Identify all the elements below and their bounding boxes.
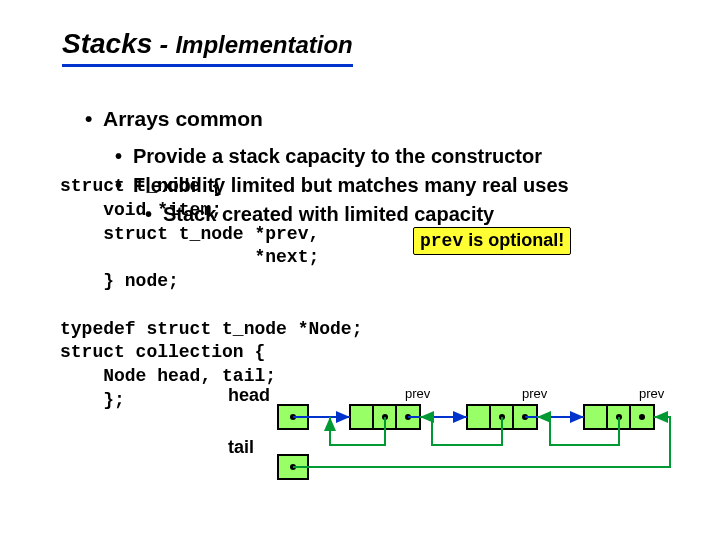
code-l8: struct collection { (60, 342, 265, 362)
code-l4: *next; (60, 247, 319, 267)
svg-point-8 (405, 414, 411, 420)
bullet-lv2a: •Provide a stack capacity to the constru… (115, 143, 569, 170)
label-head: head (228, 385, 270, 406)
svg-rect-14 (584, 405, 654, 429)
code-l5: } node; (60, 271, 179, 291)
callout-rest: is optional! (463, 230, 564, 250)
callout-prefix: prev (420, 231, 463, 251)
label-prev2: prev (522, 386, 547, 401)
svg-point-3 (290, 464, 296, 470)
bullet-lv1-text: Arrays common (103, 107, 263, 130)
svg-point-17 (616, 414, 622, 420)
svg-point-7 (382, 414, 388, 420)
svg-rect-2 (278, 455, 308, 479)
label-prev1: prev (405, 386, 430, 401)
code-l1: struct t_node { (60, 176, 222, 196)
label-tail: tail (228, 437, 254, 458)
code-block: struct t_node { void *item; struct t_nod… (60, 175, 362, 413)
svg-point-13 (522, 414, 528, 420)
code-l3: struct t_node *prev, (60, 224, 319, 244)
bullet-lv1: •Arrays common (85, 105, 569, 133)
svg-point-12 (499, 414, 505, 420)
code-l9: Node head, tail; (60, 366, 276, 386)
svg-point-1 (290, 414, 296, 420)
callout-prev-optional: prev is optional! (413, 227, 571, 255)
svg-point-18 (639, 414, 645, 420)
label-prev3: prev (639, 386, 664, 401)
slide-title: Stacks - Implementation (62, 28, 353, 67)
title-main: Stacks (62, 28, 152, 59)
bullet-lv2a-text: Provide a stack capacity to the construc… (133, 145, 542, 167)
title-sep: - (152, 29, 175, 59)
title-sub: Implementation (175, 31, 352, 58)
code-l7: typedef struct t_node *Node; (60, 319, 362, 339)
code-l2: void *item; (60, 200, 222, 220)
code-l10: }; (60, 390, 125, 410)
svg-rect-9 (467, 405, 537, 429)
